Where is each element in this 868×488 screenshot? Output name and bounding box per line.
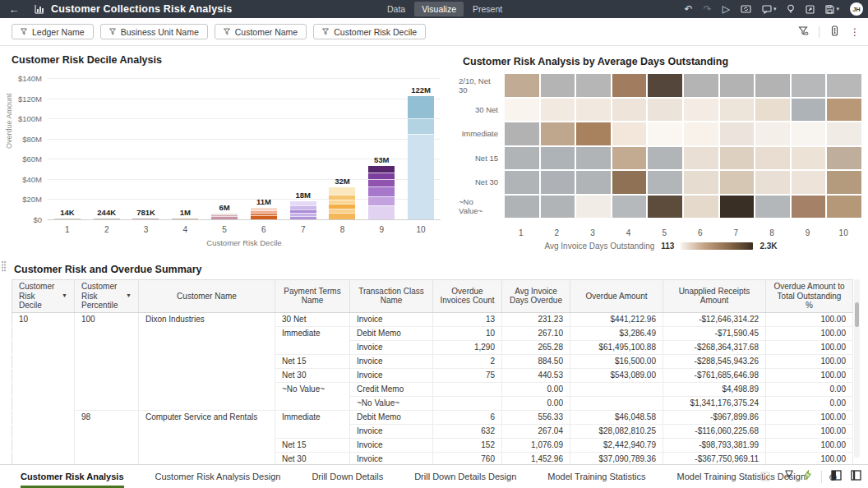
heatmap-cell[interactable]	[792, 171, 826, 194]
table-cell[interactable]: 0.00	[502, 396, 570, 410]
table-cell[interactable]	[139, 382, 275, 396]
table-cell[interactable]: Invoice	[350, 340, 433, 354]
heatmap-cell[interactable]	[576, 122, 611, 145]
sort-caret-icon[interactable]: ▼	[126, 292, 132, 299]
auto-insights-icon[interactable]	[803, 469, 812, 484]
table-cell[interactable]: 440.53	[502, 368, 570, 382]
table-cell[interactable]: 1,076.09	[502, 438, 570, 452]
table-cell[interactable]: 884.50	[502, 354, 570, 368]
save-icon[interactable]: ▾	[825, 5, 839, 14]
table-cell[interactable]	[75, 368, 139, 382]
table-scrollbar-thumb[interactable]	[855, 302, 859, 327]
heatmap-cell[interactable]	[720, 171, 755, 194]
bar-decile-2[interactable]	[94, 219, 120, 219]
heatmap-cell[interactable]	[648, 122, 682, 145]
table-cell[interactable]: 100.00	[766, 368, 853, 382]
heatmap-cell[interactable]	[720, 74, 755, 97]
heatmap-cell[interactable]	[648, 171, 682, 194]
heatmap-cell[interactable]	[648, 196, 682, 219]
bar-decile-5[interactable]	[211, 214, 238, 219]
insights-lightbulb-icon[interactable]	[787, 4, 795, 14]
table-cell[interactable]: -$12,646,314.22	[663, 312, 766, 326]
table-cell[interactable]: $543,089.00	[570, 368, 663, 382]
table-cell[interactable]	[12, 438, 75, 452]
bar-decile-1[interactable]	[54, 219, 81, 219]
table-cell[interactable]: 231.23	[502, 312, 570, 326]
canvas-tab-customer-risk-analysis[interactable]: Customer Risk Analysis	[21, 465, 124, 488]
bar-decile-10[interactable]	[408, 96, 434, 219]
heatmap-cell[interactable]	[541, 74, 575, 97]
table-cell[interactable]: 0.00	[502, 382, 570, 396]
table-cell[interactable]: 100.00	[766, 424, 853, 438]
heatmap-cell[interactable]	[648, 147, 682, 170]
table-column-header[interactable]: Overdue Amount to Total Outstanding %	[766, 280, 853, 313]
table-column-header[interactable]: Customer Risk Decile▼	[12, 280, 75, 313]
heatmap-cell[interactable]	[505, 122, 539, 145]
table-cell[interactable]: Dixon Industries	[139, 312, 275, 326]
table-cell[interactable]	[139, 354, 275, 368]
heatmap-cell[interactable]	[684, 196, 718, 219]
preview-play-icon[interactable]: ▷	[723, 3, 730, 15]
heatmap-cell[interactable]	[792, 196, 826, 219]
filter-pill-business-unit-name[interactable]: Business Unit Name	[100, 24, 208, 39]
table-column-header[interactable]: Overdue Invoices Count	[433, 280, 502, 313]
table-cell[interactable]	[139, 326, 275, 340]
table-cell[interactable]: 267.04	[502, 424, 570, 438]
table-cell[interactable]	[75, 382, 139, 396]
mode-tab-data[interactable]: Data	[380, 2, 413, 16]
table-cell[interactable]: ~No Value~	[350, 396, 433, 410]
table-cell[interactable]: 6	[433, 410, 502, 424]
table-column-header[interactable]: Customer Name	[139, 280, 275, 313]
heatmap-cell[interactable]	[755, 122, 790, 145]
heatmap-cell[interactable]	[648, 74, 682, 97]
table-cell[interactable]: -$761,685,646.98	[663, 368, 766, 382]
table-cell[interactable]	[12, 424, 75, 438]
table-cell[interactable]	[570, 396, 663, 410]
table-cell[interactable]: 152	[433, 438, 502, 452]
table-cell[interactable]: 100.00	[766, 326, 853, 340]
heatmap-cell[interactable]	[792, 74, 826, 97]
table-cell[interactable]: 267.10	[502, 326, 570, 340]
table-column-header[interactable]: Overdue Amount	[570, 280, 663, 313]
table-cell[interactable]	[75, 340, 139, 354]
table-cell[interactable]	[12, 326, 75, 340]
table-cell[interactable]: 98	[75, 410, 139, 424]
table-cell[interactable]	[139, 368, 275, 382]
table-cell[interactable]: $16,500.00	[570, 354, 663, 368]
table-column-header[interactable]: Transaction Class Name	[350, 280, 433, 313]
heatmap-cell[interactable]	[648, 99, 682, 122]
heatmap-cell[interactable]	[684, 147, 718, 170]
heatmap-cell[interactable]	[576, 99, 611, 122]
table-cell[interactable]: $28,082,810.25	[570, 424, 663, 438]
table-cell[interactable]: Debit Memo	[350, 326, 433, 340]
table-column-header[interactable]: Customer Risk Percentile▼	[75, 280, 139, 313]
heatmap-cell[interactable]	[827, 122, 861, 145]
heatmap-cell[interactable]	[612, 147, 647, 170]
table-cell[interactable]: ~No Value~	[275, 382, 350, 396]
canvas-tab-drill-down-details-design[interactable]: Drill Down Details Design	[414, 465, 516, 488]
bar-decile-7[interactable]	[290, 201, 316, 219]
heatmap-cell[interactable]	[720, 147, 755, 170]
heatmap-cell[interactable]	[684, 171, 718, 194]
table-cell[interactable]	[275, 340, 350, 354]
table-cell[interactable]: Computer Service and Rentals	[139, 410, 275, 424]
table-cell[interactable]	[12, 368, 75, 382]
table-cell[interactable]: 100.00	[766, 410, 853, 424]
mode-tab-present[interactable]: Present	[465, 2, 510, 16]
heatmap-cell[interactable]	[827, 99, 861, 122]
table-cell[interactable]: 2	[433, 354, 502, 368]
heatmap-cell[interactable]	[827, 74, 861, 97]
filter-pill-customer-name[interactable]: Customer Name	[215, 24, 307, 39]
bar-decile-3[interactable]	[132, 219, 159, 219]
undo-icon[interactable]: ↶	[685, 3, 693, 15]
heatmap-cell[interactable]	[720, 196, 755, 219]
table-column-header[interactable]: Unapplied Receipts Amount	[663, 280, 766, 313]
touring-shield-icon[interactable]	[784, 469, 794, 484]
heatmap-cell[interactable]	[612, 171, 647, 194]
table-cell[interactable]: Net 30	[275, 368, 350, 382]
comments-icon[interactable]: ▾	[762, 5, 777, 14]
table-cell[interactable]: $1,341,176,375.24	[663, 396, 766, 410]
filter-pill-customer-risk-decile[interactable]: Customer Risk Decile	[313, 24, 426, 39]
table-cell[interactable]: -$116,060,225.68	[663, 424, 766, 438]
table-cell[interactable]	[275, 424, 350, 438]
